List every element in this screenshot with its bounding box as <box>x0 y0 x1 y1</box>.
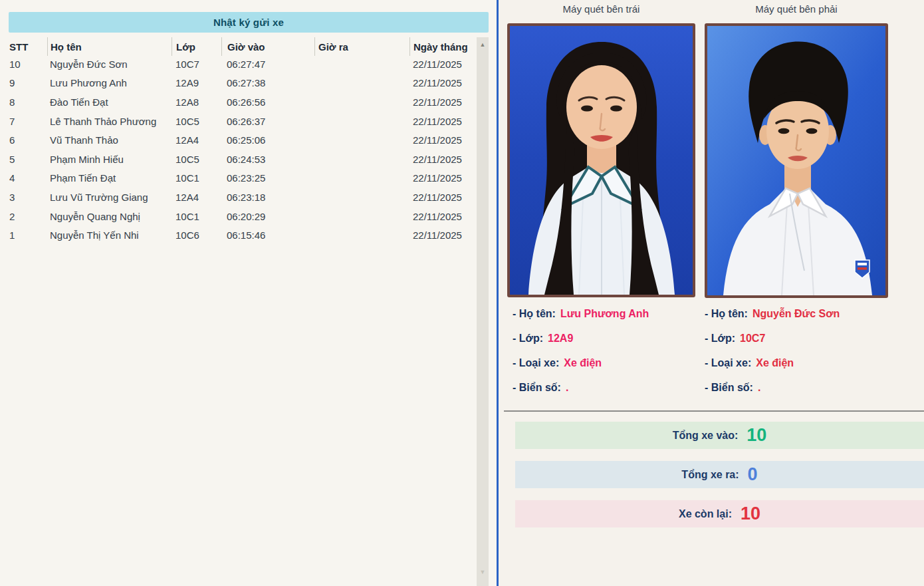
cell-stt: 7 <box>0 116 47 127</box>
total-out-band: Tổng xe ra: 0 <box>515 461 924 488</box>
log-table-body: 10 Nguyễn Đức Sơn 10C7 06:27:47 22/11/20… <box>0 55 477 245</box>
table-row[interactable]: 10 Nguyễn Đức Sơn 10C7 06:27:47 22/11/20… <box>0 55 477 74</box>
total-in-band: Tổng xe vào: 10 <box>515 422 924 449</box>
total-out-value: 0 <box>748 466 758 484</box>
detail-label: - Loại xe: <box>705 357 751 368</box>
cell-time-in: 06:26:37 <box>221 116 314 127</box>
cell-time-in: 06:23:18 <box>221 192 314 203</box>
parking-log-panel: Nhật ký gửi xe STT Họ tên Lớp Giờ vào Gi… <box>0 0 497 586</box>
cell-time-in: 06:24:53 <box>221 154 314 165</box>
scroll-up-icon[interactable]: ▲ <box>477 39 489 51</box>
cell-date: 22/11/2025 <box>409 211 477 222</box>
male-student-portrait <box>707 26 885 295</box>
cell-stt: 8 <box>0 96 47 108</box>
female-student-portrait <box>510 26 693 295</box>
header-name: Họ tên <box>47 37 172 56</box>
detail-line: - Họ tên:Nguyễn Đức Sơn <box>705 308 840 323</box>
table-row[interactable]: 3 Lưu Vũ Trường Giang 12A4 06:23:18 22/1… <box>0 188 477 207</box>
detail-line: - Loại xe:Xe điện <box>705 357 840 372</box>
detail-value: 12A9 <box>548 333 573 344</box>
table-row[interactable]: 7 Lê Thanh Thảo Phương 10C5 06:26:37 22/… <box>0 112 477 131</box>
table-row[interactable]: 9 Lưu Phương Anh 12A9 06:27:38 22/11/202… <box>0 74 477 93</box>
cell-name: Đào Tiến Đạt <box>47 96 172 108</box>
cell-class: 10C1 <box>172 211 221 222</box>
cell-name: Vũ Thanh Thảo <box>47 134 172 146</box>
log-title: Nhật ký gửi xe <box>213 17 284 28</box>
cell-class: 12A4 <box>172 134 221 146</box>
header-time-in: Giờ vào <box>221 37 314 56</box>
remaining-label: Xe còn lại: <box>679 508 732 520</box>
cell-date: 22/11/2025 <box>409 96 477 108</box>
cell-name: Nguyễn Thị Yến Nhi <box>47 229 172 241</box>
total-out-label: Tổng xe ra: <box>681 469 739 481</box>
cell-stt: 3 <box>0 192 47 203</box>
detail-value: Xe điện <box>756 357 794 368</box>
total-in-value: 10 <box>747 426 766 444</box>
header-date: Ngày tháng <box>409 37 477 56</box>
table-scrollbar[interactable]: ▲ ▼ <box>477 37 489 586</box>
total-in-label: Tổng xe vào: <box>673 430 739 442</box>
log-title-bar: Nhật ký gửi xe <box>9 12 489 33</box>
cell-date: 22/11/2025 <box>409 192 477 203</box>
scanner-left: Máy quét bên trái <box>507 0 695 17</box>
table-row[interactable]: 8 Đào Tiến Đạt 12A8 06:26:56 22/11/2025 <box>0 92 477 112</box>
header-class: Lớp <box>172 37 221 56</box>
table-row[interactable]: 2 Nguyễn Quang Nghị 10C1 06:20:29 22/11/… <box>0 207 477 226</box>
cell-class: 12A9 <box>172 77 221 88</box>
cell-date: 22/11/2025 <box>409 134 477 146</box>
cell-time-in: 06:20:29 <box>221 211 314 222</box>
detail-label: - Biển số: <box>705 382 753 393</box>
cell-class: 10C1 <box>172 172 221 184</box>
detail-value: Lưu Phương Anh <box>560 308 649 319</box>
detail-label: - Lớp: <box>513 333 543 344</box>
table-row[interactable]: 5 Phạm Minh Hiếu 10C5 06:24:53 22/11/202… <box>0 150 477 169</box>
detail-value: Nguyễn Đức Sơn <box>752 308 840 319</box>
detail-label: - Họ tên: <box>705 308 748 319</box>
cell-date: 22/11/2025 <box>409 77 477 88</box>
cell-stt: 5 <box>0 154 47 165</box>
cell-name: Lưu Phương Anh <box>47 77 172 88</box>
cell-stt: 10 <box>0 59 47 70</box>
cell-stt: 4 <box>0 172 47 184</box>
log-table-header: STT Họ tên Lớp Giờ vào Giờ ra Ngày tháng <box>0 37 477 56</box>
detail-line: - Loại xe:Xe điện <box>513 357 649 372</box>
table-row[interactable]: 4 Phạm Tiến Đạt 10C1 06:23:25 22/11/2025 <box>0 169 477 188</box>
cell-time-in: 06:27:47 <box>221 59 314 70</box>
scroll-down-icon[interactable]: ▼ <box>477 566 489 578</box>
detail-label: - Biển số: <box>513 382 561 393</box>
remaining-band: Xe còn lại: 10 <box>515 500 924 527</box>
scanner-left-photo <box>507 23 695 297</box>
cell-name: Lê Thanh Thảo Phương <box>47 116 172 127</box>
cell-name: Nguyễn Đức Sơn <box>47 59 172 70</box>
cell-class: 10C6 <box>172 229 221 241</box>
cell-date: 22/11/2025 <box>409 116 477 127</box>
cell-class: 10C5 <box>172 116 221 127</box>
scanner-right-title: Máy quét bên phải <box>705 0 888 17</box>
detail-line: - Lớp:10C7 <box>705 333 840 348</box>
detail-value: . <box>758 382 760 393</box>
scanner-left-details: - Họ tên:Lưu Phương Anh - Lớp:12A9 - Loạ… <box>513 308 649 406</box>
header-time-out: Giờ ra <box>314 37 409 56</box>
cell-time-in: 06:26:56 <box>221 96 314 108</box>
cell-name: Phạm Minh Hiếu <box>47 154 172 165</box>
detail-label: - Lớp: <box>705 333 735 344</box>
cell-class: 12A8 <box>172 96 221 108</box>
cell-name: Nguyễn Quang Nghị <box>47 211 172 222</box>
detail-value: Xe điện <box>564 357 602 368</box>
cell-name: Lưu Vũ Trường Giang <box>47 192 172 203</box>
header-stt: STT <box>0 37 47 56</box>
cell-stt: 9 <box>0 77 47 88</box>
detail-line: - Họ tên:Lưu Phương Anh <box>513 308 649 323</box>
detail-label: - Họ tên: <box>513 308 556 319</box>
detail-value: 10C7 <box>740 333 765 344</box>
detail-value: . <box>566 382 568 393</box>
cell-date: 22/11/2025 <box>409 172 477 184</box>
detail-label: - Loại xe: <box>513 357 559 368</box>
cell-stt: 2 <box>0 211 47 222</box>
table-row[interactable]: 6 Vũ Thanh Thảo 12A4 06:25:06 22/11/2025 <box>0 130 477 150</box>
cell-time-in: 06:15:46 <box>221 229 314 241</box>
summary-separator <box>504 410 924 412</box>
table-row[interactable]: 1 Nguyễn Thị Yến Nhi 10C6 06:15:46 22/11… <box>0 225 477 245</box>
cell-time-in: 06:25:06 <box>221 134 314 146</box>
cell-class: 10C5 <box>172 154 221 165</box>
